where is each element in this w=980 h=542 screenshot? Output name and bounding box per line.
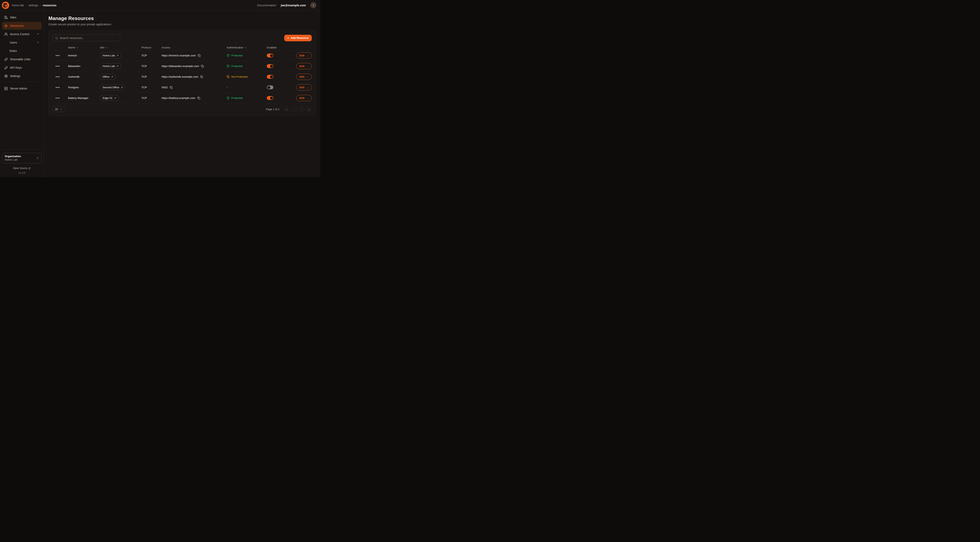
protocol-value: TCP xyxy=(142,54,162,57)
row-actions-button[interactable]: ••• xyxy=(53,86,60,89)
key-icon xyxy=(4,66,8,70)
users-icon xyxy=(4,32,8,36)
open-source-link[interactable]: Open Source xyxy=(2,167,42,170)
page-status: Page 1 of 1 xyxy=(266,108,280,111)
sidebar-item-sites[interactable]: Sites xyxy=(2,13,42,21)
auth-badge-none: - xyxy=(227,86,228,89)
previous-page-button[interactable]: ‹ xyxy=(291,106,297,112)
sidebar-item-access-control[interactable]: Access Control xyxy=(2,30,42,38)
sidebar-item-server-admin[interactable]: Server Admin xyxy=(2,84,42,92)
enabled-toggle[interactable] xyxy=(267,75,274,79)
protocol-value: TCP xyxy=(142,75,162,78)
row-actions-button[interactable]: ••• xyxy=(53,96,60,100)
external-link-icon xyxy=(29,167,31,169)
plus-icon: + xyxy=(287,37,289,40)
copy-icon[interactable] xyxy=(170,86,173,89)
edit-button[interactable]: Edit→ xyxy=(296,52,312,59)
copy-icon[interactable] xyxy=(198,54,200,57)
column-enabled: Enabled xyxy=(267,46,277,49)
chevron-down-icon xyxy=(37,32,40,36)
gear-icon xyxy=(4,74,8,78)
site-link[interactable]: Office↗ xyxy=(100,74,116,80)
search-icon xyxy=(55,37,58,40)
organization-selector[interactable]: Organization Home Lab xyxy=(2,153,42,163)
column-access: Access xyxy=(162,46,170,49)
breadcrumb-org[interactable]: home-lab xyxy=(12,4,24,7)
sidebar-footer: Organization Home Lab Open Source v1.3.0 xyxy=(0,150,44,177)
app-window: home-lab › settings › resources Document… xyxy=(0,0,320,177)
arrow-right-icon: → xyxy=(306,86,309,89)
table-row: ••• Bitwarden Home Lab↗ TCP https://bitw… xyxy=(53,61,312,72)
edit-button[interactable]: Edit→ xyxy=(296,73,312,80)
resources-table: Name↑↓ Site↑↓ Protocol Access Authentica… xyxy=(53,45,312,104)
last-page-button[interactable]: » xyxy=(306,106,312,112)
sort-icon[interactable]: ↑↓ xyxy=(76,46,78,49)
arrow-right-icon: → xyxy=(306,65,309,68)
edit-button[interactable]: Edit→ xyxy=(296,84,312,91)
edit-button[interactable]: Edit→ xyxy=(296,95,312,101)
sidebar-item-label: Server Admin xyxy=(10,87,27,90)
sidebar-divider xyxy=(2,82,41,82)
external-arrow-icon: ↗ xyxy=(114,97,116,99)
page-title: Manage Resources xyxy=(48,16,316,21)
topbar: home-lab › settings › resources Document… xyxy=(0,0,320,11)
sidebar-item-resources[interactable]: Resources xyxy=(2,22,42,30)
breadcrumb-resources: resources xyxy=(43,4,56,7)
protocol-value: TCP xyxy=(142,96,162,99)
avatar[interactable]: J xyxy=(310,2,316,8)
site-link[interactable]: Home Lab↗ xyxy=(100,53,121,59)
enabled-toggle[interactable] xyxy=(267,96,274,100)
enabled-toggle[interactable] xyxy=(267,64,274,68)
user-email[interactable]: joe@example.com xyxy=(281,4,306,7)
table-row: ••• Immich Home Lab↗ TCP https://immich.… xyxy=(53,50,312,61)
row-actions-button[interactable]: ••• xyxy=(53,54,60,57)
edit-button[interactable]: Edit→ xyxy=(296,63,312,69)
enabled-toggle[interactable] xyxy=(267,85,274,89)
pangolin-logo-icon xyxy=(2,2,10,9)
row-actions-button[interactable]: ••• xyxy=(53,75,60,78)
sidebar-item-roles[interactable]: Roles xyxy=(2,47,42,55)
table-row: ••• Battery Manager Edge 01↗ TCP https:/… xyxy=(53,93,312,104)
sidebar-item-label: Shareable Links xyxy=(10,57,30,61)
sidebar-item-api-keys[interactable]: API Keys xyxy=(2,64,42,72)
pagination: Page 1 of 1 « ‹ › » xyxy=(266,106,312,112)
copy-icon[interactable] xyxy=(197,97,200,99)
sort-icon[interactable]: ↑↓ xyxy=(106,46,107,49)
link-icon xyxy=(4,57,8,61)
first-page-button[interactable]: « xyxy=(284,106,290,112)
row-actions-button[interactable]: ••• xyxy=(53,64,60,68)
server-icon xyxy=(4,87,8,90)
search-box xyxy=(53,35,120,41)
breadcrumb: home-lab › settings › resources xyxy=(12,4,56,7)
auth-badge-protected: Protected xyxy=(227,96,243,99)
breadcrumb-settings[interactable]: settings xyxy=(29,4,38,7)
copy-icon[interactable] xyxy=(201,65,204,68)
protocol-value: TCP xyxy=(142,86,162,89)
search-input[interactable] xyxy=(60,37,118,40)
add-resource-button[interactable]: + Add Resource xyxy=(284,35,312,41)
documentation-link[interactable]: Documentation xyxy=(257,4,276,7)
resource-name: Battery Manager xyxy=(68,96,100,99)
sidebar-item-shareable-links[interactable]: Shareable Links xyxy=(2,56,42,63)
resource-name: Postgres xyxy=(68,86,100,89)
shield-check-icon xyxy=(227,54,230,57)
sidebar-item-settings[interactable]: Settings xyxy=(2,72,42,80)
sidebar-item-users[interactable]: Users xyxy=(2,38,42,46)
copy-icon[interactable] xyxy=(200,75,203,78)
sort-icon[interactable]: ↑↓ xyxy=(245,46,247,49)
enabled-toggle[interactable] xyxy=(267,54,274,57)
arrow-right-icon: → xyxy=(306,75,309,78)
column-site: Site xyxy=(100,46,104,49)
sidebar-item-label: API Keys xyxy=(10,66,22,69)
auth-badge-protected: Protected xyxy=(227,54,243,57)
site-link[interactable]: Edge 01↗ xyxy=(100,95,119,101)
organization-label: Organization xyxy=(5,155,37,158)
site-link[interactable]: Home Lab↗ xyxy=(100,63,121,69)
shield-check-icon xyxy=(227,65,230,68)
external-arrow-icon: ↗ xyxy=(116,54,118,57)
next-page-button[interactable]: › xyxy=(299,106,304,112)
page-size-select[interactable]: 20 xyxy=(53,106,65,112)
breadcrumb-separator: › xyxy=(25,4,26,7)
site-link[interactable]: Second Office↗ xyxy=(100,84,126,90)
main-content: Manage Resources Create secure proxies t… xyxy=(44,11,320,177)
